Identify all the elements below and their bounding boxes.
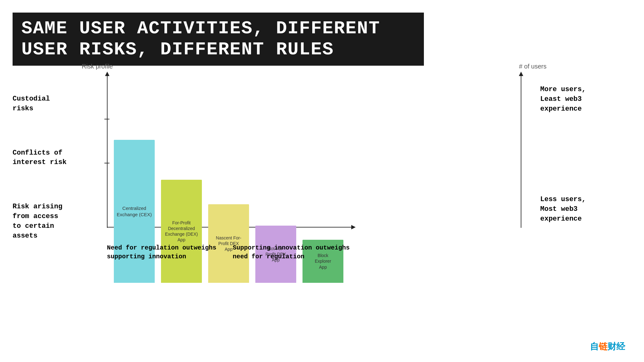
bar-cex-label: CentralizedExchange (CEX) [115,203,153,219]
users-label-bottom: Less users,Most web3experience [540,195,628,224]
left-label-1: Custodialrisks [13,94,67,114]
users-axis-label: # of users [519,63,547,70]
y-tick-1 [104,119,109,119]
bar-dex-profit: For-ProfitDecentralizedExchange (DEX)App [161,180,202,283]
watermark: 自链财经 [590,341,625,353]
y-axis-arrow [105,72,109,76]
watermark-text: 自 [590,342,599,351]
users-y-axis-arrow [519,72,523,76]
users-label-top: More users,Least web3experience [540,85,628,114]
bottom-label-left: Need for regulation outweighssupporting … [107,244,233,261]
bar-dex-profit-label: For-ProfitDecentralizedExchange (DEX)App [164,218,199,245]
left-label-3: Risk arisingfrom accessto certainassets [13,202,67,241]
bar-cex: CentralizedExchange (CEX) [114,140,155,283]
y-axis [107,74,108,228]
users-y-axis [521,74,521,228]
risk-profile-label: Risk profile [82,63,113,70]
left-label-2: Conflicts ofinterest risk [13,148,67,168]
bottom-label-right: Supporting innovation outweighsneed for … [233,244,368,261]
title-banner: SAME USER ACTIVITIES, DIFFERENT USER RIS… [13,13,424,66]
left-labels: Custodialrisks Conflicts ofinterest risk… [13,94,67,241]
title-text: SAME USER ACTIVITIES, DIFFERENT USER RIS… [21,18,415,60]
y-tick-2 [104,163,109,163]
x-axis-arrow [351,225,356,229]
